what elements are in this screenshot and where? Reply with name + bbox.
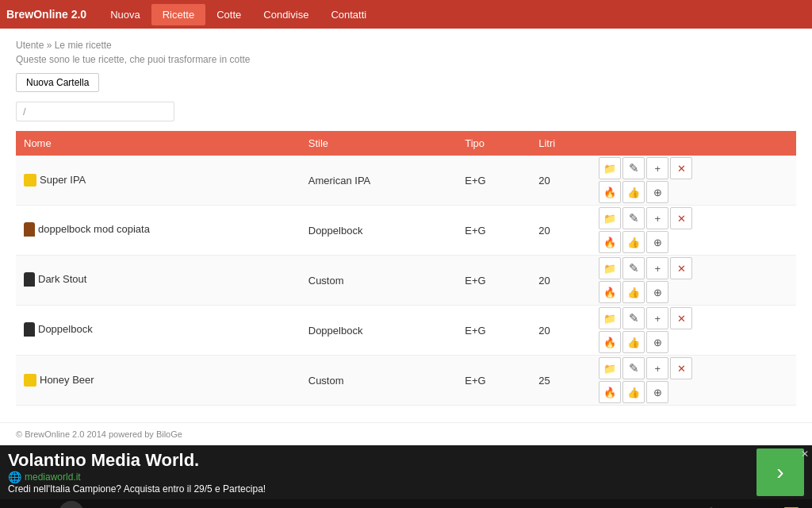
edit-button[interactable]: ✎ [622, 307, 645, 329]
table-row: doppelbock mod copiata Doppelbock E+G 20… [16, 206, 796, 256]
brew-button[interactable]: 🔥 [599, 331, 621, 353]
breadcrumb: Utente » Le mie ricette [16, 40, 796, 51]
recipe-icon [24, 174, 36, 187]
folder-button[interactable]: 📁 [599, 257, 621, 279]
col-actions [596, 131, 796, 156]
recipe-name: Super IPA [40, 174, 86, 186]
table-row: Super IPA American IPA E+G 20 📁 ✎ + ✕ 🔥 … [16, 156, 796, 206]
col-tipo: Tipo [457, 131, 530, 156]
ad-title: Volantino Media World. [8, 450, 749, 471]
cell-actions: 📁 ✎ + ✕ 🔥 👍 ⊕ [596, 256, 796, 306]
subtitle: Queste sono le tue ricette, che puoi tra… [16, 54, 796, 65]
edit-button[interactable]: ✎ [622, 157, 645, 179]
cell-name: doppelbock mod copiata [16, 206, 301, 256]
add-button[interactable]: + [646, 307, 668, 329]
folder-button[interactable]: 📁 [599, 157, 621, 179]
add-button[interactable]: + [646, 207, 668, 229]
search-input[interactable] [29, 106, 167, 117]
footer: © BrewOnline 2.0 2014 powered by BiloGe [0, 422, 812, 445]
top-nav: BrewOnline 2.0 Nuova Ricette Cotte Condi… [0, 0, 812, 29]
nav-nuova[interactable]: Nuova [99, 4, 151, 25]
recipe-icon [24, 222, 35, 237]
recipe-name: Doppelbock [38, 323, 93, 335]
table-row: Doppelbock Doppelbock E+G 20 📁 ✎ + ✕ 🔥 👍… [16, 306, 796, 356]
ad-arrow-button[interactable]: › [756, 448, 804, 496]
like-button[interactable]: 👍 [622, 331, 645, 353]
action-grid: 📁 ✎ + ✕ 🔥 👍 ⊕ [599, 257, 793, 303]
ad-arrow-icon: › [776, 460, 783, 485]
share-button[interactable]: ⊕ [646, 381, 668, 403]
brew-button[interactable]: 🔥 [599, 231, 621, 253]
col-nome: Nome [16, 131, 301, 156]
folder-button[interactable]: 📁 [599, 207, 621, 229]
brew-button[interactable]: 🔥 [599, 181, 621, 203]
delete-button[interactable]: ✕ [670, 157, 692, 179]
ad-banner: Volantino Media World. 🌐 mediaworld.it C… [0, 445, 812, 499]
like-button[interactable]: 👍 [622, 181, 645, 203]
add-button[interactable]: + [646, 157, 668, 179]
table-row: Dark Stout Custom E+G 20 📁 ✎ + ✕ 🔥 👍 ⊕ [16, 256, 796, 306]
action-grid: 📁 ✎ + ✕ 🔥 👍 ⊕ [599, 207, 793, 253]
edit-button[interactable]: ✎ [622, 257, 645, 279]
like-button[interactable]: 👍 [622, 381, 645, 403]
edit-button[interactable]: ✎ [622, 357, 645, 379]
share-button[interactable]: ⊕ [646, 181, 668, 203]
ad-link[interactable]: 🌐 mediaworld.it [8, 471, 749, 483]
main-content: Utente » Le mie ricette Queste sono le t… [0, 29, 812, 422]
search-slash: / [23, 106, 26, 117]
search-bar[interactable]: / [16, 102, 174, 121]
add-button[interactable]: + [646, 357, 668, 379]
add-button[interactable]: + [646, 257, 668, 279]
share-button[interactable]: ⊕ [646, 231, 668, 253]
cell-style: Custom [301, 356, 458, 406]
nav-cotte[interactable]: Cotte [205, 4, 252, 25]
like-button[interactable]: 👍 [622, 281, 645, 303]
cell-name: Dark Stout [16, 256, 301, 306]
recent-apps-button[interactable]: ▣ [59, 501, 84, 508]
nav-condivise[interactable]: Condivise [252, 4, 320, 25]
recipe-name: Honey Beer [40, 374, 94, 386]
delete-button[interactable]: ✕ [670, 207, 692, 229]
cell-litri: 20 [530, 306, 596, 356]
cell-style: American IPA [301, 156, 458, 206]
cell-tipo: E+G [457, 206, 530, 256]
delete-button[interactable]: ✕ [670, 307, 692, 329]
share-button[interactable]: ⊕ [646, 281, 668, 303]
cell-name: Super IPA [16, 156, 301, 206]
cell-actions: 📁 ✎ + ✕ 🔥 👍 ⊕ [596, 206, 796, 256]
new-folder-button[interactable]: Nuova Cartella [16, 73, 99, 92]
table-header-row: Nome Stile Tipo Litri [16, 131, 796, 156]
like-button[interactable]: 👍 [622, 231, 645, 253]
cell-tipo: E+G [457, 306, 530, 356]
cell-actions: 📁 ✎ + ✕ 🔥 👍 ⊕ [596, 356, 796, 406]
folder-button[interactable]: 📁 [599, 357, 621, 379]
delete-button[interactable]: ✕ [670, 357, 692, 379]
ad-subtitle: Credi nell'Italia Campione? Acquista ent… [8, 483, 749, 495]
cell-tipo: E+G [457, 356, 530, 406]
edit-button[interactable]: ✎ [622, 207, 645, 229]
cell-litri: 20 [530, 206, 596, 256]
cell-name: Honey Beer [16, 356, 301, 406]
ad-close-button[interactable]: ✕ [801, 448, 809, 460]
nav-contatti[interactable]: Contatti [320, 4, 377, 25]
cell-tipo: E+G [457, 156, 530, 206]
cell-name: Doppelbock [16, 306, 301, 356]
brew-button[interactable]: 🔥 [599, 381, 621, 403]
recipe-icon [24, 374, 36, 387]
brew-button[interactable]: 🔥 [599, 281, 621, 303]
action-grid: 📁 ✎ + ✕ 🔥 👍 ⊕ [599, 357, 793, 403]
app-title: BrewOnline 2.0 [6, 8, 86, 21]
system-bar: ← ⌂ ▣ ▼ ↓ 🔒 ✉ 09:34 📶 [0, 499, 812, 508]
folder-button[interactable]: 📁 [599, 307, 621, 329]
action-grid: 📁 ✎ + ✕ 🔥 👍 ⊕ [599, 157, 793, 203]
col-stile: Stile [301, 131, 458, 156]
delete-button[interactable]: ✕ [670, 257, 692, 279]
cell-style: Doppelbock [301, 206, 458, 256]
share-button[interactable]: ⊕ [646, 331, 668, 353]
footer-text: © BrewOnline 2.0 2014 powered by BiloGe [16, 429, 182, 439]
nav-ricette[interactable]: Ricette [151, 4, 205, 25]
recipe-name: doppelbock mod copiata [38, 223, 150, 235]
cell-style: Doppelbock [301, 306, 458, 356]
cell-litri: 20 [530, 256, 596, 306]
recent-icon: ▣ [64, 505, 78, 508]
